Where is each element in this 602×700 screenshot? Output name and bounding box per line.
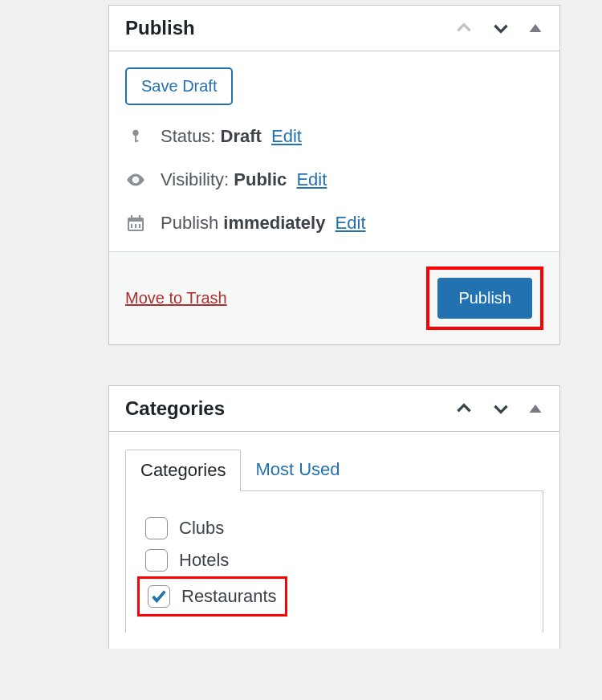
category-label: Hotels (179, 550, 229, 571)
edit-status-link[interactable]: Edit (271, 126, 302, 146)
chevron-up-icon[interactable] (454, 398, 474, 419)
svg-point-1 (132, 130, 138, 136)
edit-visibility-link[interactable]: Edit (296, 169, 327, 189)
panel-header-controls (454, 398, 543, 419)
svg-marker-0 (530, 24, 542, 32)
category-checkbox-clubs[interactable] (145, 517, 168, 539)
svg-rect-6 (128, 218, 143, 222)
category-item: Restaurants (144, 580, 280, 612)
status-text: Status: Draft Edit (161, 126, 302, 147)
svg-rect-7 (131, 215, 132, 219)
categories-panel-title: Categories (125, 397, 225, 420)
categories-panel: Categories Categories Most Used Clubs (108, 385, 560, 649)
publish-panel-footer: Move to Trash Publish (109, 251, 559, 344)
triangle-up-icon[interactable] (527, 20, 543, 36)
category-tabs: Categories Most Used (125, 450, 543, 491)
publish-button-highlight: Publish (426, 267, 543, 330)
schedule-value: immediately (223, 213, 325, 233)
category-highlight: Restaurants (137, 576, 287, 617)
triangle-up-icon[interactable] (527, 401, 543, 417)
category-checkbox-hotels[interactable] (145, 549, 168, 572)
chevron-down-icon[interactable] (490, 398, 511, 419)
svg-marker-12 (530, 405, 542, 413)
publish-panel-title: Publish (125, 17, 195, 39)
publish-panel: Publish Save Draft Status: Draft Edit (108, 5, 560, 345)
save-draft-button[interactable]: Save Draft (125, 67, 233, 105)
publish-button[interactable]: Publish (437, 278, 532, 319)
publish-panel-header: Publish (109, 6, 559, 51)
publish-panel-body: Save Draft Status: Draft Edit Visibility… (109, 51, 559, 251)
category-checkbox-restaurants[interactable] (148, 585, 170, 608)
eye-icon (125, 169, 146, 190)
category-label: Restaurants (181, 586, 277, 607)
chevron-up-icon[interactable] (454, 18, 474, 39)
schedule-label: Publish (161, 213, 223, 233)
category-list: Clubs Hotels Restaurants (125, 490, 543, 633)
categories-panel-body: Categories Most Used Clubs Hotels (109, 432, 559, 649)
chevron-down-icon[interactable] (490, 18, 511, 39)
status-label: Status: (161, 126, 221, 146)
status-value: Draft (221, 126, 262, 146)
svg-point-4 (134, 178, 137, 181)
category-item: Hotels (142, 544, 527, 576)
panel-header-controls (454, 18, 543, 39)
key-icon (125, 128, 146, 145)
schedule-text: Publish immediately Edit (161, 213, 366, 234)
category-label: Clubs (179, 518, 224, 539)
categories-panel-header: Categories (109, 386, 559, 432)
svg-rect-10 (135, 224, 136, 228)
calendar-icon (125, 214, 146, 233)
edit-schedule-link[interactable]: Edit (336, 213, 366, 233)
visibility-value: Public (234, 169, 287, 189)
svg-rect-9 (131, 224, 132, 228)
visibility-row: Visibility: Public Edit (125, 169, 543, 190)
visibility-label: Visibility: (161, 169, 234, 189)
svg-rect-11 (139, 224, 140, 228)
svg-rect-8 (139, 215, 140, 219)
status-row: Status: Draft Edit (125, 126, 543, 147)
move-to-trash-link[interactable]: Move to Trash (125, 289, 227, 307)
visibility-text: Visibility: Public Edit (161, 169, 327, 190)
tab-all-categories[interactable]: Categories (125, 450, 241, 491)
svg-rect-3 (135, 140, 139, 142)
schedule-row: Publish immediately Edit (125, 213, 543, 234)
tab-most-used[interactable]: Most Used (241, 450, 354, 491)
category-item: Clubs (142, 512, 527, 544)
